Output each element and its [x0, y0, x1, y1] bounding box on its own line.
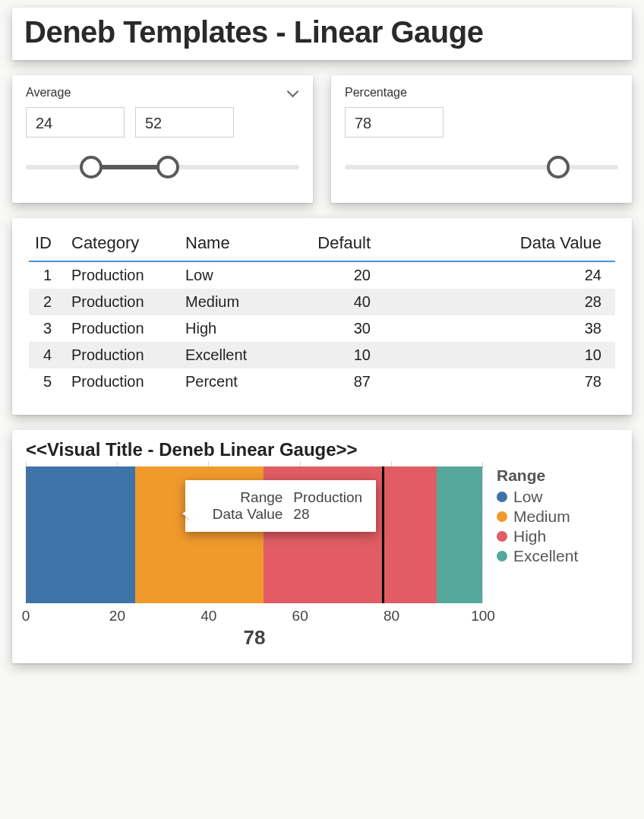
gauge-tick [482, 462, 483, 603]
legend-label: Medium [513, 508, 570, 526]
axis-tick-label: 20 [109, 608, 125, 625]
table-row[interactable]: 1ProductionLow2024 [29, 261, 615, 289]
table-row[interactable]: 5ProductionPercent8778 [29, 368, 615, 395]
cell-datavalue: 10 [384, 342, 615, 368]
percentage-slicer: Percentage 78 [331, 75, 632, 203]
gauge-card: <<Visual Title - Deneb Linear Gauge>> Ra… [12, 430, 632, 663]
cell-default: 30 [293, 315, 384, 342]
gauge-segment-excellent[interactable] [437, 466, 482, 603]
axis-tick-label: 100 [471, 608, 495, 625]
table-row[interactable]: 3ProductionHigh3038 [29, 315, 615, 342]
gauge-title: <<Visual Title - Deneb Linear Gauge>> [26, 439, 618, 460]
legend-swatch [497, 531, 507, 542]
legend-swatch [497, 511, 507, 522]
legend-item[interactable]: Low [497, 488, 618, 506]
data-table-card: ID Category Name Default Data Value 1Pro… [12, 218, 632, 415]
cell-id: 5 [29, 368, 65, 395]
cell-default: 40 [293, 289, 384, 315]
cell-category: Production [65, 289, 179, 315]
cell-default: 10 [293, 342, 384, 368]
col-id[interactable]: ID [29, 229, 65, 261]
tooltip-dv-label: Data Value [199, 506, 283, 523]
cell-datavalue: 38 [384, 315, 615, 342]
slider-rail [345, 165, 618, 169]
cell-datavalue: 78 [384, 368, 615, 395]
percentage-slider[interactable] [345, 151, 618, 182]
axis-tick-label: 60 [292, 608, 308, 625]
average-slicer: Average 24 52 [12, 75, 313, 203]
cell-default: 87 [293, 368, 384, 395]
table-body: 1ProductionLow20242ProductionMedium40283… [29, 261, 615, 395]
cell-datavalue: 28 [384, 289, 615, 315]
cell-name: Excellent [179, 342, 293, 368]
tooltip-dv-value: 28 [293, 506, 309, 523]
cell-datavalue: 24 [384, 261, 615, 289]
table-row[interactable]: 2ProductionMedium4028 [29, 289, 615, 315]
cell-default: 20 [293, 261, 384, 289]
table-header-row: ID Category Name Default Data Value [29, 229, 615, 261]
slicer-row: Average 24 52 Percentage 78 [12, 75, 632, 218]
gauge-legend: Range LowMediumHighExcellent [497, 466, 618, 650]
axis-tick-label: 40 [200, 608, 216, 625]
tooltip-range-value: Production [293, 489, 362, 506]
legend-title: Range [497, 466, 618, 485]
gauge-bar-area: RangeProductionData Value28 [26, 466, 483, 603]
legend-item[interactable]: Medium [497, 508, 618, 526]
cell-category: Production [65, 368, 179, 395]
cell-name: Low [179, 261, 293, 289]
axis-tick-label: 80 [384, 608, 399, 625]
legend-label: High [513, 527, 546, 545]
gauge-tooltip: RangeProductionData Value28 [185, 480, 376, 532]
gauge-segment-low[interactable] [26, 466, 135, 603]
title-card: Deneb Templates - Linear Gauge [12, 8, 632, 60]
cell-id: 2 [29, 289, 65, 315]
cell-name: Medium [179, 289, 293, 315]
cell-id: 3 [29, 315, 65, 342]
average-slider[interactable] [26, 151, 299, 182]
percentage-label: Percentage [345, 86, 407, 100]
cell-id: 1 [29, 261, 65, 289]
gauge-value-label: 78 [26, 626, 483, 650]
average-low-input[interactable]: 24 [26, 107, 125, 138]
page-title: Deneb Templates - Linear Gauge [24, 15, 620, 49]
legend-item[interactable]: Excellent [497, 547, 618, 565]
cell-name: Percent [179, 368, 293, 395]
slider-handle-low[interactable] [80, 156, 103, 179]
average-high-input[interactable]: 52 [135, 107, 234, 138]
legend-label: Low [513, 488, 543, 506]
legend-item[interactable]: High [497, 527, 618, 545]
tooltip-range-label: Range [199, 489, 283, 506]
col-default[interactable]: Default [293, 229, 384, 261]
data-table: ID Category Name Default Data Value 1Pro… [29, 229, 615, 395]
axis-tick-label: 0 [22, 608, 30, 625]
average-label: Average [26, 86, 71, 100]
cell-name: High [179, 315, 293, 342]
col-datavalue[interactable]: Data Value [384, 229, 615, 261]
legend-swatch [497, 551, 507, 561]
cell-category: Production [65, 315, 179, 342]
col-category[interactable]: Category [65, 229, 179, 261]
legend-label: Excellent [513, 547, 578, 565]
slider-handle[interactable] [547, 156, 570, 179]
cell-category: Production [65, 342, 179, 368]
chevron-down-icon[interactable] [286, 86, 299, 100]
table-row[interactable]: 4ProductionExcellent1010 [29, 342, 615, 368]
col-name[interactable]: Name [179, 229, 293, 261]
legend-swatch [497, 492, 507, 502]
gauge-axis: 020406080100 [26, 608, 483, 626]
cell-category: Production [65, 261, 179, 289]
gauge-marker [382, 466, 384, 603]
percentage-input[interactable]: 78 [345, 107, 444, 138]
slider-handle-high[interactable] [156, 156, 179, 179]
cell-id: 4 [29, 342, 65, 368]
gauge-plot: RangeProductionData Value28 020406080100… [26, 466, 483, 650]
